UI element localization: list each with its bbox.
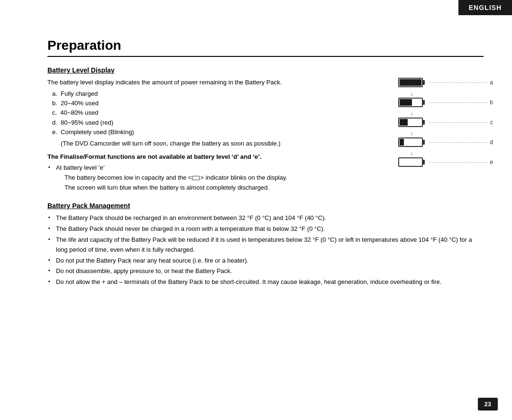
battery-level-list: a. Fully charged b. 20~40% used c. 40~80… [52, 89, 379, 137]
mgmt-bullet-4: Do not disassemble, apply pressure to, o… [47, 266, 484, 276]
dashed-line-a [430, 82, 487, 83]
section1-bullets: At battery level ‘e’ The battery becomes… [47, 163, 484, 192]
english-badge: ENGLISH [458, 0, 512, 15]
arrow-d: ↓ [411, 151, 493, 156]
list-item: d. 80~95% used (red) [52, 118, 379, 128]
dashed-line-b [430, 102, 487, 103]
arrow-c: ↓ [411, 131, 493, 136]
list-item: e. Completely used (Blinking) [52, 128, 379, 137]
page-title: Preparation [47, 38, 484, 57]
mgmt-bullet-3: Do not put the Battery Pack near any hea… [47, 256, 484, 266]
mgmt-bullet-1: The Battery Pack should never be charged… [47, 224, 484, 234]
dashed-line-c [430, 122, 488, 123]
bullet-label-e: At battery level ‘e’ [56, 164, 105, 171]
battery-row-a: a [398, 78, 493, 87]
dashed-line-d [430, 142, 487, 143]
battery-level-section: Battery Level Display The battery level … [47, 66, 484, 192]
battery-icon-c [398, 118, 423, 127]
dashed-line-e [430, 162, 487, 163]
mgmt-bullet-0: The Battery Pack should be recharged in … [47, 213, 484, 223]
mgmt-bullet-5: Do not allow the + and – terminals of th… [47, 277, 484, 287]
battery-label-a: a [490, 79, 493, 86]
bullet-item-level-e: At battery level ‘e’ The battery becomes… [47, 163, 484, 192]
arrow-b: ↓ [411, 111, 493, 116]
dvd-note: (The DVD Camcorder will turn off soon, c… [61, 139, 379, 148]
battery-icon-d [398, 137, 423, 147]
battery-label-d: d [490, 139, 493, 146]
battery-label-b: b [490, 99, 493, 106]
page-number: 23 [478, 398, 498, 411]
mgmt-bullet-2: The life and capacity of the Battery Pac… [47, 235, 484, 255]
battery-row-d: d [398, 137, 493, 147]
battery-icon-b [398, 98, 423, 107]
arrow-a: ↓ [411, 91, 493, 96]
section1-intro: The battery level display indicates the … [47, 78, 379, 87]
badge-text: ENGLISH [469, 4, 502, 11]
battery-diagram: a ↓ b ↓ c [398, 78, 493, 171]
list-item: a. Fully charged [52, 89, 379, 99]
battery-row-b: b [398, 98, 493, 107]
battery-management-bullets: The Battery Pack should be recharged in … [47, 213, 484, 287]
list-item: b. 20~40% used [52, 99, 379, 108]
battery-row-c: c [398, 118, 493, 127]
battery-label-c: c [490, 119, 493, 126]
battery-icon-a [398, 78, 423, 87]
battery-management-section: Battery Pack Management The Battery Pack… [47, 202, 484, 287]
bullet-detail1-e: The battery becomes low in capacity and … [64, 174, 287, 181]
page-container: ENGLISH Preparation Battery Level Displa… [0, 0, 512, 420]
section1-heading: Battery Level Display [47, 66, 484, 74]
bullet-detail2-e: The screen will turn blue when the batte… [64, 184, 269, 191]
battery-label-e: e [490, 159, 493, 165]
list-item: c. 40~80% used [52, 108, 379, 118]
section2-heading: Battery Pack Management [47, 202, 484, 210]
